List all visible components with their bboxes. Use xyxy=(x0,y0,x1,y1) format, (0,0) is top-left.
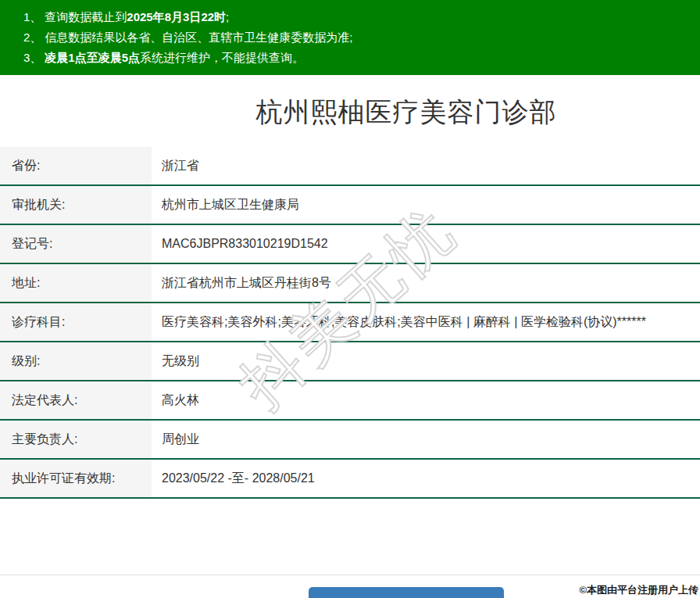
row-value: 浙江省 xyxy=(152,147,700,186)
notice-line-1: 1、查询数据截止到2025年8月3日22时; xyxy=(0,7,700,27)
notice-banner: 1、查询数据截止到2025年8月3日22时; 2、信息数据结果以各省、自治区、直… xyxy=(0,0,700,75)
row-value: 医疗美容科;美容外科;美容牙科;美容皮肤科;美容中医科 | 麻醉科 | 医学检验… xyxy=(152,303,700,342)
notice-line-2: 2、信息数据结果以各省、自治区、直辖市卫生健康委数据为准; xyxy=(0,27,700,48)
notice-text-bold: 2025年8月3日22时 xyxy=(127,10,226,23)
row-label: 级别: xyxy=(0,342,152,381)
notice-text: 信息数据结果以各省、自治区、直辖市卫生健康委数据为准; xyxy=(45,30,352,44)
notice-text: 查询数据截止到 xyxy=(45,10,127,23)
table-row-address: 地址: 浙江省杭州市上城区丹桂街8号 xyxy=(0,264,700,303)
platform-attribution: ©本图由平台注册用户上传 xyxy=(579,583,698,597)
table-row-license-validity: 执业许可证有效期: 2023/05/22 -至- 2028/05/21 xyxy=(0,460,700,499)
notice-text: 系统进行维护，不能提供查询。 xyxy=(140,51,304,64)
table-row-level: 级别: 无级别 xyxy=(0,342,700,381)
table-row-main-person-in-charge: 主要负责人: 周创业 xyxy=(0,421,700,460)
row-value: 高火林 xyxy=(152,381,700,421)
row-label: 登记号: xyxy=(0,225,152,264)
notice-text: ; xyxy=(226,10,229,23)
row-label: 诊疗科目: xyxy=(0,303,152,342)
table-row-treatment-subjects: 诊疗科目: 医疗美容科;美容外科;美容牙科;美容皮肤科;美容中医科 | 麻醉科 … xyxy=(0,303,700,342)
row-label: 省份: xyxy=(0,147,152,186)
notice-number: 2、 xyxy=(23,30,41,44)
table-row-registration-number: 登记号: MAC6JBPR833010219D1542 xyxy=(0,225,700,264)
row-label: 地址: xyxy=(0,264,152,303)
page-content: 1、查询数据截止到2025年8月3日22时; 2、信息数据结果以各省、自治区、直… xyxy=(0,0,700,598)
row-value: MAC6JBPR833010219D1542 xyxy=(152,225,700,264)
close-window-button[interactable]: 〖关闭窗口〗 xyxy=(309,587,504,598)
row-label: 审批机关: xyxy=(0,186,152,225)
notice-number: 1、 xyxy=(23,10,41,23)
institution-info-table: 省份: 浙江省 审批机关: 杭州市上城区卫生健康局 登记号: MAC6JBPR8… xyxy=(0,147,700,499)
table-row-approval-authority: 审批机关: 杭州市上城区卫生健康局 xyxy=(0,186,700,225)
notice-line-3: 3、凌晨1点至凌晨5点系统进行维护，不能提供查询。 xyxy=(0,48,700,68)
row-label: 主要负责人: xyxy=(0,421,152,460)
page-title: 杭州熙柚医疗美容门诊部 xyxy=(0,96,700,127)
row-value: 周创业 xyxy=(152,421,700,460)
row-value: 2023/05/22 -至- 2028/05/21 xyxy=(152,460,700,499)
footer-divider xyxy=(0,575,700,575)
row-value: 杭州市上城区卫生健康局 xyxy=(152,186,700,225)
notice-number: 3、 xyxy=(23,51,41,64)
row-label: 执业许可证有效期: xyxy=(0,460,152,499)
row-label: 法定代表人: xyxy=(0,381,152,421)
row-value: 无级别 xyxy=(152,342,700,381)
notice-text-bold: 凌晨1点至凌晨5点 xyxy=(45,51,140,64)
table-row-legal-representative: 法定代表人: 高火林 xyxy=(0,381,700,421)
table-row-province: 省份: 浙江省 xyxy=(0,147,700,186)
query-result-page: 1、查询数据截止到2025年8月3日22时; 2、信息数据结果以各省、自治区、直… xyxy=(0,0,700,598)
row-value: 浙江省杭州市上城区丹桂街8号 xyxy=(152,264,700,303)
